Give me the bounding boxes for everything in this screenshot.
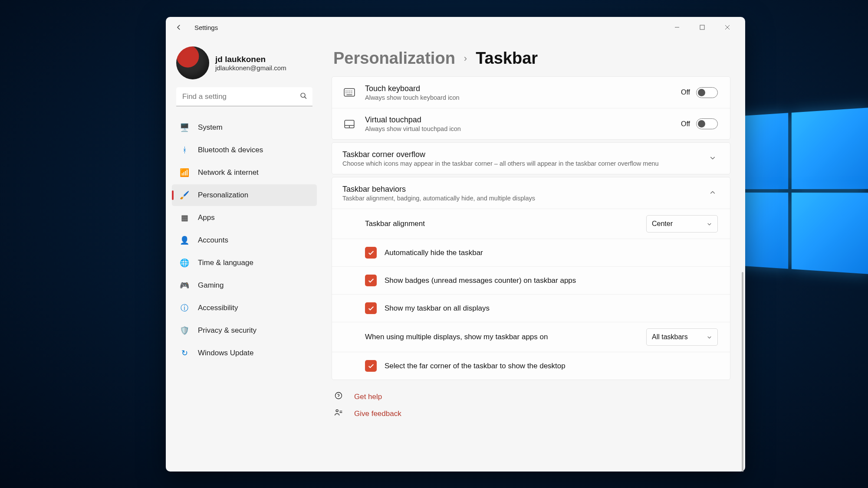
toggle-state: Off: [681, 120, 690, 128]
breadcrumb-parent[interactable]: Personalization: [333, 49, 455, 68]
row-badges[interactable]: Show badges (unread messages counter) on…: [332, 266, 730, 294]
nav-item-gaming[interactable]: 🎮Gaming: [172, 275, 317, 296]
row-title: Virtual touchpad: [365, 115, 672, 124]
nav-item-personalization[interactable]: 🖌️Personalization: [172, 184, 317, 206]
search-input[interactable]: [176, 87, 312, 106]
gamepad-icon: 🎮: [180, 281, 189, 290]
paintbrush-icon: 🖌️: [180, 190, 189, 200]
svg-point-1: [301, 93, 305, 98]
bluetooth-icon: ᚼ: [180, 145, 189, 155]
row-auto-hide[interactable]: Automatically hide the taskbar: [332, 239, 730, 266]
svg-point-5: [336, 409, 338, 412]
avatar: [176, 46, 209, 79]
maximize-button[interactable]: [690, 19, 715, 36]
section-title: Taskbar behaviors: [342, 185, 699, 194]
chevron-down-icon: [707, 221, 712, 227]
dropdown-alignment[interactable]: Center: [646, 215, 718, 233]
help-icon: [334, 391, 344, 402]
breadcrumb: Personalization › Taskbar: [332, 49, 730, 68]
profile-name: jd laukkonen: [215, 55, 286, 64]
row-label: Show badges (unread messages counter) on…: [385, 276, 576, 285]
settings-window: Settings jd laukkonen jdlaukkonen@gmail.…: [166, 17, 745, 472]
toggles-card: Touch keyboard Always show touch keyboar…: [332, 76, 730, 140]
main-content: Personalization › Taskbar Touch keyboard…: [323, 38, 745, 472]
window-title: Settings: [194, 24, 218, 31]
help-links: Get help Give feedback: [332, 383, 730, 419]
globe-icon: 🌐: [180, 258, 189, 268]
section-title: Taskbar corner overflow: [342, 150, 699, 159]
toggle-state: Off: [681, 88, 690, 96]
row-alignment: Taskbar alignment Center: [332, 209, 730, 239]
row-all-displays[interactable]: Show my taskbar on all displays: [332, 294, 730, 322]
row-multi-displays: When using multiple displays, show my ta…: [332, 322, 730, 352]
update-icon: ↻: [180, 348, 189, 358]
nav-item-network[interactable]: 📶Network & internet: [172, 162, 317, 183]
row-label: Automatically hide the taskbar: [385, 249, 483, 257]
chevron-down-icon: [707, 334, 712, 340]
toggle-touch-keyboard[interactable]: [696, 87, 718, 98]
section-desc: Taskbar alignment, badging, automaticall…: [342, 195, 699, 202]
row-title: Touch keyboard: [365, 84, 672, 93]
row-far-corner[interactable]: Select the far corner of the taskbar to …: [332, 352, 730, 380]
nav-item-bluetooth[interactable]: ᚼBluetooth & devices: [172, 139, 317, 161]
wifi-icon: 📶: [180, 168, 189, 177]
row-desc: Always show virtual touchpad icon: [365, 125, 672, 132]
person-icon: 👤: [180, 236, 189, 245]
nav-item-apps[interactable]: ▦Apps: [172, 207, 317, 229]
row-label: Select the far corner of the taskbar to …: [385, 362, 566, 370]
row-touch-keyboard[interactable]: Touch keyboard Always show touch keyboar…: [332, 77, 730, 108]
minimize-button[interactable]: [664, 19, 690, 36]
row-virtual-touchpad[interactable]: Virtual touchpad Always show virtual tou…: [332, 108, 730, 139]
dropdown-multi-displays[interactable]: All taskbars: [646, 328, 718, 346]
close-button[interactable]: [715, 19, 740, 36]
section-behaviors: Taskbar behaviors Taskbar alignment, bad…: [332, 177, 730, 380]
row-label: Show my taskbar on all displays: [385, 304, 490, 313]
row-desc: Always show touch keyboard icon: [365, 94, 672, 101]
nav-item-time[interactable]: 🌐Time & language: [172, 252, 317, 274]
link-feedback[interactable]: Give feedback: [334, 408, 730, 419]
nav-item-update[interactable]: ↻Windows Update: [172, 342, 317, 364]
section-behaviors-header[interactable]: Taskbar behaviors Taskbar alignment, bad…: [332, 177, 730, 209]
apps-icon: ▦: [180, 213, 189, 223]
monitor-icon: 🖥️: [180, 123, 189, 132]
row-label: Taskbar alignment: [365, 219, 425, 228]
checkbox-all-displays[interactable]: [365, 302, 377, 314]
sidebar: jd laukkonen jdlaukkonen@gmail.com 🖥️Sys…: [166, 38, 323, 472]
row-label: When using multiple displays, show my ta…: [365, 333, 548, 341]
titlebar: Settings: [166, 17, 745, 38]
checkbox-auto-hide[interactable]: [365, 247, 377, 259]
checkbox-far-corner[interactable]: [365, 360, 377, 372]
nav-item-system[interactable]: 🖥️System: [172, 117, 317, 138]
profile-email: jdlaukkonen@gmail.com: [215, 64, 286, 72]
breadcrumb-current: Taskbar: [476, 49, 538, 68]
toggle-virtual-touchpad[interactable]: [696, 118, 718, 129]
feedback-icon: [334, 408, 344, 419]
shield-icon: 🛡️: [180, 326, 189, 335]
chevron-right-icon: ›: [464, 53, 467, 64]
nav-list: 🖥️System ᚼBluetooth & devices 📶Network &…: [170, 114, 319, 364]
profile-block[interactable]: jd laukkonen jdlaukkonen@gmail.com: [170, 46, 319, 87]
section-overflow[interactable]: Taskbar corner overflow Choose which ico…: [332, 142, 730, 174]
chevron-up-icon: [707, 189, 718, 197]
nav-item-accounts[interactable]: 👤Accounts: [172, 229, 317, 251]
nav-item-privacy[interactable]: 🛡️Privacy & security: [172, 320, 317, 341]
keyboard-icon: [342, 88, 356, 97]
accessibility-icon: ⓘ: [180, 303, 189, 313]
search-box: [176, 87, 312, 106]
scrollbar-thumb[interactable]: [742, 272, 743, 472]
section-desc: Choose which icons may appear in the tas…: [342, 160, 699, 167]
svg-rect-0: [700, 25, 704, 29]
back-button[interactable]: [171, 20, 187, 35]
nav-item-accessibility[interactable]: ⓘAccessibility: [172, 297, 317, 319]
link-get-help[interactable]: Get help: [334, 391, 730, 402]
touchpad-icon: [342, 120, 356, 128]
checkbox-badges[interactable]: [365, 275, 377, 286]
search-icon: [300, 92, 307, 102]
chevron-down-icon: [707, 154, 718, 163]
